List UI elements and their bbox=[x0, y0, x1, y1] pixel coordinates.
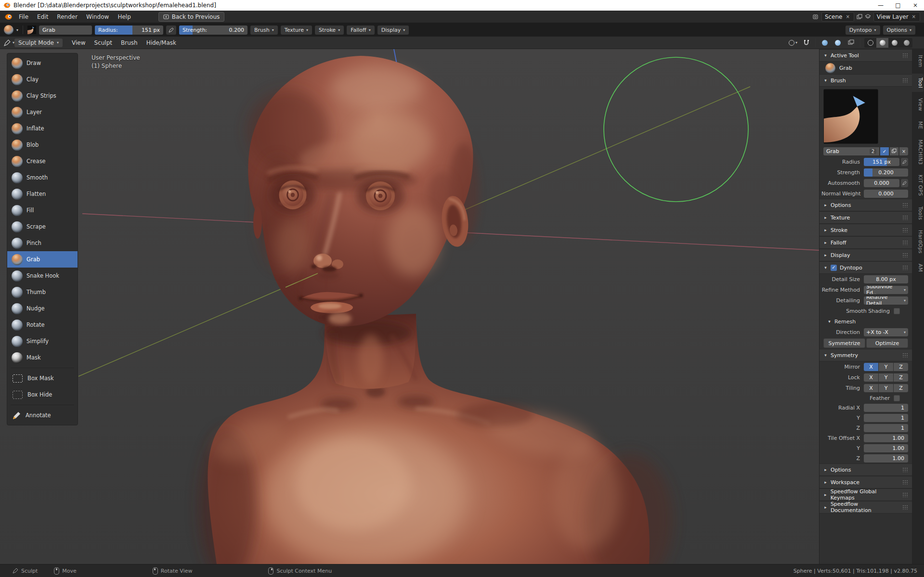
duplicate-brush-button[interactable] bbox=[890, 147, 898, 155]
mirror-y-toggle[interactable]: Y bbox=[879, 363, 893, 371]
direction-dropdown[interactable]: +X to -X▾ bbox=[864, 328, 908, 336]
tool-smooth[interactable]: Smooth bbox=[7, 169, 78, 186]
tool-box-hide[interactable]: Box Hide bbox=[7, 386, 78, 403]
tool-simplify[interactable]: Simplify bbox=[7, 333, 78, 349]
texture-dropdown[interactable]: Texture▾ bbox=[281, 26, 312, 35]
editor-type-icon[interactable] bbox=[4, 39, 11, 46]
display-panel-header[interactable]: ▸Display bbox=[820, 249, 912, 261]
autosmooth-pressure-toggle[interactable] bbox=[901, 179, 908, 187]
symmetry-panel-header[interactable]: ▾ Symmetry bbox=[820, 349, 912, 361]
snap-toggle[interactable] bbox=[801, 38, 811, 48]
strength-slider[interactable]: Strength: 0.200 bbox=[179, 26, 247, 35]
tile-offset-z-field[interactable]: 1.00 bbox=[864, 454, 908, 462]
options-bottom-panel-header[interactable]: ▸Options bbox=[820, 463, 912, 476]
autosmooth-slider[interactable]: 0.000 bbox=[864, 179, 899, 187]
tool-draw[interactable]: Draw bbox=[7, 55, 78, 71]
panel-grip-icon[interactable] bbox=[902, 240, 908, 245]
workspace-panel-header[interactable]: ▸Workspace bbox=[820, 476, 912, 488]
scene-browse-icon[interactable] bbox=[813, 13, 820, 20]
tab-machin3[interactable]: MACHIN3 bbox=[912, 136, 924, 168]
dyntopo-enable-checkbox[interactable]: ✓ bbox=[831, 265, 837, 271]
view-layer-unlink-icon[interactable]: × bbox=[911, 14, 917, 19]
menu-view[interactable]: View bbox=[67, 37, 90, 49]
tile-offset-x-field[interactable]: 1.00 bbox=[864, 434, 908, 442]
display-dropdown[interactable]: Display▾ bbox=[377, 26, 409, 35]
panel-grip-icon[interactable] bbox=[902, 480, 908, 485]
tiling-z-toggle[interactable]: Z bbox=[894, 384, 908, 392]
active-tool-icon[interactable] bbox=[4, 25, 13, 35]
tab-me[interactable]: ME bbox=[912, 117, 924, 133]
tool-rotate[interactable]: Rotate bbox=[7, 317, 78, 333]
shading-material-button[interactable] bbox=[888, 38, 900, 48]
tool-snake-hook[interactable]: Snake Hook bbox=[7, 268, 78, 284]
view-layer-icon[interactable] bbox=[865, 13, 872, 20]
tool-grab[interactable]: Grab bbox=[7, 251, 78, 268]
active-tool-panel-header[interactable]: ▾ Active Tool bbox=[820, 49, 912, 62]
detailing-dropdown[interactable]: Relative Detail▾ bbox=[864, 296, 908, 305]
tool-mask[interactable]: Mask bbox=[7, 349, 78, 366]
radius-slider[interactable]: 151 px bbox=[864, 158, 899, 166]
panel-grip-icon[interactable] bbox=[902, 265, 908, 270]
mirror-x-toggle[interactable]: X bbox=[864, 363, 878, 371]
brush-users-count[interactable]: 2 bbox=[870, 149, 876, 154]
menu-file[interactable]: File bbox=[14, 11, 33, 23]
panel-grip-icon[interactable] bbox=[902, 215, 908, 220]
panel-grip-icon[interactable] bbox=[902, 492, 908, 497]
tab-item[interactable]: Item bbox=[912, 51, 924, 71]
close-button[interactable]: × bbox=[907, 0, 924, 11]
blender-menu-icon[interactable] bbox=[4, 13, 13, 20]
stroke-dropdown[interactable]: Stroke▾ bbox=[315, 26, 344, 35]
tool-clay-strips[interactable]: Clay Strips bbox=[7, 88, 78, 104]
falloff-dropdown[interactable]: Falloff▾ bbox=[347, 26, 375, 35]
tool-pinch[interactable]: Pinch bbox=[7, 235, 78, 251]
scene-selector[interactable]: Scene × bbox=[821, 12, 854, 22]
shading-solid-button[interactable] bbox=[876, 38, 888, 48]
radius-pressure-toggle[interactable] bbox=[901, 158, 908, 166]
panel-grip-icon[interactable] bbox=[902, 203, 908, 207]
tiling-x-toggle[interactable]: X bbox=[864, 384, 878, 392]
tool-nudge[interactable]: Nudge bbox=[7, 300, 78, 317]
fake-user-toggle[interactable]: ✓ bbox=[880, 147, 889, 155]
detail-size-slider[interactable]: 8.00 px bbox=[864, 275, 908, 283]
dyntopo-panel-header[interactable]: ▾ ✓ Dyntopo bbox=[820, 261, 912, 274]
tool-crease[interactable]: Crease bbox=[7, 153, 78, 169]
tool-blob[interactable]: Blob bbox=[7, 137, 78, 153]
panel-grip-icon[interactable] bbox=[902, 467, 908, 472]
remesh-subpanel-header[interactable]: ▾ Remesh bbox=[820, 316, 912, 327]
menu-render[interactable]: Render bbox=[52, 11, 82, 23]
brush-name-field[interactable]: Grab bbox=[39, 26, 92, 35]
menu-brush[interactable]: Brush bbox=[117, 37, 142, 49]
tab-kit-ops[interactable]: KIT OPS bbox=[912, 171, 924, 200]
tool-thumb[interactable]: Thumb bbox=[7, 284, 78, 300]
stroke-panel-header[interactable]: ▸Stroke bbox=[820, 224, 912, 236]
tool-fill[interactable]: Fill bbox=[7, 202, 78, 218]
scene-unlink-icon[interactable]: × bbox=[845, 14, 850, 19]
speedflow-docs-panel-header[interactable]: ▸Speedflow Documentation bbox=[820, 501, 912, 513]
options-dropdown[interactable]: Options▾ bbox=[883, 26, 915, 35]
panel-grip-icon[interactable] bbox=[902, 228, 908, 232]
refine-method-dropdown[interactable]: Subdivide Ed..▾ bbox=[864, 286, 908, 294]
speedflow-keymaps-panel-header[interactable]: ▸Speedflow Global Keymaps bbox=[820, 488, 912, 501]
tab-tool[interactable]: Tool bbox=[912, 74, 924, 92]
tool-annotate[interactable]: Annotate bbox=[7, 407, 78, 423]
lock-y-toggle[interactable]: Y bbox=[879, 373, 893, 382]
tool-clay[interactable]: Clay bbox=[7, 71, 78, 88]
options-panel-header[interactable]: ▸Options bbox=[820, 199, 912, 211]
menu-hide-mask[interactable]: Hide/Mask bbox=[142, 37, 181, 49]
back-to-previous-button[interactable]: Back to Previous bbox=[158, 12, 225, 22]
radial-z-field[interactable]: 1 bbox=[864, 424, 908, 432]
show-gizmo-toggle[interactable] bbox=[820, 38, 830, 48]
view-layer-selector[interactable]: View Layer × bbox=[873, 12, 920, 22]
3d-viewport[interactable]: User Perspective (1) Sphere Draw Clay Cl… bbox=[0, 49, 819, 564]
panel-grip-icon[interactable] bbox=[902, 505, 908, 510]
feather-checkbox[interactable] bbox=[894, 395, 900, 401]
menu-edit[interactable]: Edit bbox=[33, 11, 52, 23]
tool-inflate[interactable]: Inflate bbox=[7, 120, 78, 137]
brush-dropdown[interactable]: Brush▾ bbox=[250, 26, 278, 35]
menu-sculpt[interactable]: Sculpt bbox=[90, 37, 117, 49]
radius-pressure-toggle[interactable] bbox=[166, 26, 176, 35]
maximize-button[interactable]: □ bbox=[889, 0, 907, 11]
menu-help[interactable]: Help bbox=[113, 11, 135, 23]
brush-panel-header[interactable]: ▾ Brush bbox=[820, 74, 912, 87]
radius-slider[interactable]: Radius: 151 px bbox=[95, 26, 163, 35]
